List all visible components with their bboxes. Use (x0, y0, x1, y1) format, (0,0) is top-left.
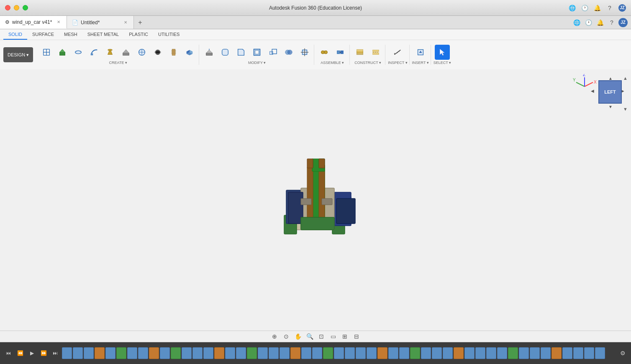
user-icon-tab[interactable]: JZ (618, 18, 628, 27)
timeline-item[interactable] (323, 347, 333, 359)
grid-icon[interactable]: ⊞ (340, 331, 350, 341)
timeline-prev-btn[interactable]: ⏪ (15, 348, 25, 358)
globe-icon[interactable]: 🌐 (568, 4, 576, 12)
tab-untitled[interactable]: 📄 Untitled* ✕ (67, 16, 134, 29)
insert-derive-btn[interactable] (413, 45, 428, 60)
scale-btn[interactable] (265, 45, 280, 60)
timeline-item[interactable] (269, 347, 279, 359)
scroll-down-icon[interactable]: ▼ (623, 107, 628, 112)
select-btn[interactable] (435, 45, 450, 60)
tab-close-1[interactable]: ✕ (56, 19, 62, 25)
timeline-item[interactable] (84, 347, 94, 359)
orbit-icon[interactable]: ⊙ (281, 331, 291, 341)
timeline-settings-icon[interactable]: ⚙ (618, 348, 628, 358)
tab-solid[interactable]: SOLID (3, 29, 27, 40)
clock-icon[interactable]: 🕐 (581, 4, 588, 12)
viewcube-left-arrow[interactable]: ◀ (591, 89, 595, 93)
timeline-item[interactable] (388, 347, 398, 359)
timeline-item[interactable] (312, 347, 322, 359)
timeline-item[interactable] (399, 347, 409, 359)
timeline-start-btn[interactable]: ⏮ (3, 348, 13, 358)
timeline-item[interactable] (562, 347, 572, 359)
timeline-item[interactable] (182, 347, 192, 359)
timeline-item[interactable] (464, 347, 475, 359)
tab-utilities[interactable]: UTILITIES (153, 29, 185, 40)
joint-btn[interactable] (317, 45, 332, 60)
web-btn[interactable] (134, 45, 149, 60)
timeline-item[interactable] (508, 347, 518, 359)
timeline-item[interactable] (551, 347, 562, 359)
shell-btn[interactable] (249, 45, 264, 60)
timeline-end-btn[interactable]: ⏭ (50, 348, 60, 358)
timeline-item[interactable] (280, 347, 290, 359)
timeline-item[interactable] (192, 347, 203, 359)
viewport-icon[interactable]: ▭ (328, 331, 338, 341)
hole-btn[interactable] (150, 45, 165, 60)
bell-icon-tab[interactable]: 🔔 (595, 18, 605, 28)
timeline-item[interactable] (62, 347, 72, 359)
extrude-btn[interactable] (55, 45, 70, 60)
timeline-item[interactable] (171, 347, 181, 359)
timeline-item[interactable] (214, 347, 224, 359)
move-btn[interactable] (297, 45, 312, 60)
tab-wind-up-car[interactable]: ⚙ wind_up_car v41* ✕ (0, 16, 67, 29)
tab-mesh[interactable]: MESH (59, 29, 82, 40)
timeline-item[interactable] (345, 347, 355, 359)
loft-btn[interactable] (103, 45, 118, 60)
design-button[interactable]: DESIGN ▾ (3, 47, 33, 62)
timeline-item[interactable] (160, 347, 170, 359)
timeline-item[interactable] (356, 347, 366, 359)
pan-icon[interactable]: ✋ (293, 331, 303, 341)
thread-btn[interactable] (166, 45, 181, 60)
timeline-item[interactable] (236, 347, 246, 359)
timeline-item[interactable] (595, 347, 605, 359)
timeline-item[interactable] (475, 347, 485, 359)
timeline-item[interactable] (486, 347, 496, 359)
timeline-item[interactable] (301, 347, 311, 359)
maximize-button[interactable] (23, 5, 28, 10)
timeline-item[interactable] (367, 347, 377, 359)
midplane-btn[interactable] (368, 45, 383, 60)
tab-plastic[interactable]: PLASTIC (124, 29, 153, 40)
timeline-item[interactable] (530, 347, 540, 359)
timeline-item[interactable] (541, 347, 551, 359)
viewcube-bottom-arrow[interactable]: ▼ (608, 104, 613, 114)
help-icon[interactable]: ? (606, 4, 613, 12)
as-built-joint-btn[interactable] (333, 45, 348, 60)
timeline-item[interactable] (116, 347, 126, 359)
timeline-item[interactable] (584, 347, 594, 359)
minimize-button[interactable] (14, 5, 19, 10)
timeline-item[interactable] (497, 347, 507, 359)
timeline-item[interactable] (519, 347, 529, 359)
scroll-up-icon[interactable]: ▲ (623, 76, 628, 81)
tab-close-2[interactable]: ✕ (123, 20, 128, 25)
display-icon[interactable]: ⊟ (351, 331, 362, 341)
timeline-item[interactable] (421, 347, 431, 359)
viewcube[interactable]: X Y Z ▲ ▼ ◀ ▶ LEFT (591, 76, 624, 114)
viewcube-face-left[interactable]: LEFT (598, 80, 622, 104)
timeline-item[interactable] (149, 347, 159, 359)
timeline-item[interactable] (225, 347, 235, 359)
zoom-window-icon[interactable]: ⊡ (316, 331, 326, 341)
timeline-item[interactable] (410, 347, 420, 359)
rib-btn[interactable] (118, 45, 133, 60)
timeline-next-btn[interactable]: ⏩ (38, 348, 49, 358)
revolve-btn[interactable] (71, 45, 86, 60)
new-component-btn[interactable] (39, 45, 54, 60)
offset-plane-btn[interactable] (352, 45, 367, 60)
timeline-item[interactable] (377, 347, 387, 359)
fillet-btn[interactable] (218, 45, 233, 60)
zoom-icon[interactable]: 🔍 (305, 331, 315, 341)
timeline-item[interactable] (432, 347, 442, 359)
tab-sheet-metal[interactable]: SHEET METAL (82, 29, 124, 40)
timeline-item[interactable] (454, 347, 464, 359)
timeline-item[interactable] (105, 347, 115, 359)
timeline-item[interactable] (138, 347, 148, 359)
tab-add-button[interactable]: + (134, 16, 146, 29)
help-icon-tab[interactable]: ? (607, 18, 617, 28)
sweep-btn[interactable] (87, 45, 102, 60)
press-pull-btn[interactable] (202, 45, 217, 60)
box-btn[interactable] (182, 45, 197, 60)
measure-btn[interactable] (390, 45, 405, 60)
bell-icon[interactable]: 🔔 (593, 4, 601, 12)
